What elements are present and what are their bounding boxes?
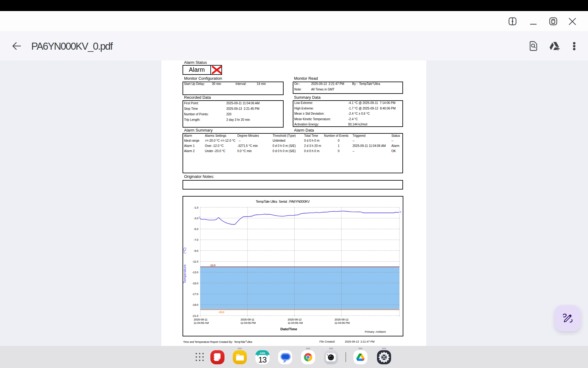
svg-text:Primary: Ambient: Primary: Ambient (365, 330, 386, 333)
svg-text:TempTale Ultra Serial : PA6YN: TempTale Ultra Serial : PA6YN000KV (256, 200, 310, 203)
svg-text:-13.0: -13.0 (192, 271, 198, 274)
svg-text:11:04:06 PM: 11:04:06 PM (334, 321, 350, 324)
svg-text:-17.0: -17.0 (192, 293, 198, 296)
svg-text:-15.0: -15.0 (192, 282, 198, 285)
svg-text:-3.0: -3.0 (194, 217, 198, 220)
svg-text:2025-09-11: 2025-09-11 (194, 318, 208, 321)
svg-text:T: T (199, 216, 201, 219)
svg-text:11:04:06 PM: 11:04:06 PM (240, 321, 256, 324)
svg-text:-11.0: -11.0 (192, 260, 198, 263)
svg-text:13: 13 (258, 355, 266, 364)
svg-text:-21.0: -21.0 (192, 314, 198, 317)
svg-text:11:04:06 AM: 11:04:06 AM (288, 321, 303, 324)
svg-text:-1.0: -1.0 (194, 206, 198, 209)
svg-text:T: T (400, 211, 401, 214)
svg-text:2025-09-12: 2025-09-12 (288, 318, 302, 321)
svg-text:Date/Time: Date/Time (281, 327, 297, 331)
svg-text:-9.0: -9.0 (194, 249, 198, 252)
svg-text:-12.0: -12.0 (210, 264, 216, 267)
svg-text:11:04:06 AM: 11:04:06 AM (194, 321, 209, 324)
svg-text:2025-09-12: 2025-09-12 (334, 318, 349, 321)
svg-text:2025-09-11: 2025-09-11 (241, 318, 254, 321)
svg-text:SÁB: SÁB (260, 352, 265, 355)
svg-text:-7.0: -7.0 (194, 238, 198, 241)
svg-text:(°C): (°C) (183, 247, 187, 254)
svg-text:-5.0: -5.0 (194, 228, 198, 231)
svg-text:-20.0: -20.0 (218, 311, 224, 314)
svg-text:Temperature: Temperature (183, 264, 187, 283)
svg-text:-19.0: -19.0 (192, 303, 198, 306)
